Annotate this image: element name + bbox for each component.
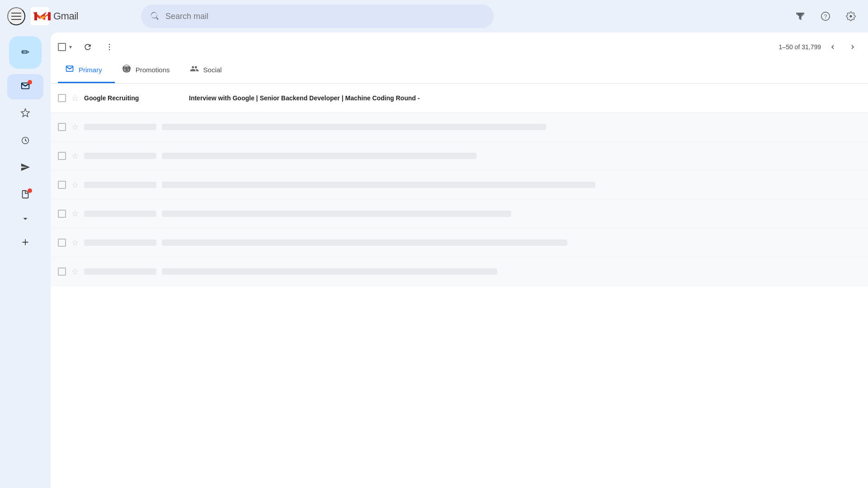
tab-promotions[interactable]: Promotions (115, 58, 183, 83)
menu-button[interactable] (7, 7, 25, 25)
pagination-text: 1–50 of 31,799 (779, 43, 821, 51)
email-content (162, 239, 861, 246)
refresh-button[interactable] (79, 38, 97, 56)
email-row[interactable]: ☆ (51, 113, 868, 141)
email-sender (84, 124, 156, 130)
email-star[interactable]: ☆ (71, 151, 79, 161)
sent-icon (20, 162, 30, 174)
filter-button[interactable] (790, 6, 810, 26)
settings-icon (846, 11, 856, 21)
topbar-left: Gmail (7, 7, 134, 25)
email-subject-skeleton (162, 153, 476, 159)
email-star[interactable]: ☆ (71, 180, 79, 190)
compose-icon: ✏ (21, 47, 29, 58)
tab-social[interactable]: Social (183, 58, 235, 83)
email-list: ☆ Google Recruiting Interview with Googl… (51, 84, 868, 488)
select-dropdown-arrow[interactable]: ▾ (66, 42, 75, 52)
tab-promotions-label: Promotions (136, 66, 170, 74)
gmail-label: Gmail (53, 10, 78, 22)
topbar-right-icons: ? (790, 6, 861, 26)
add-label-button[interactable] (7, 233, 43, 251)
tab-primary-label: Primary (79, 66, 102, 74)
email-sender (84, 239, 156, 246)
email-subject-skeleton (162, 182, 595, 188)
email-star[interactable]: ☆ (71, 209, 79, 219)
email-star[interactable]: ☆ (71, 267, 79, 277)
email-checkbox[interactable] (58, 181, 66, 189)
promotions-tab-icon (122, 64, 131, 75)
select-all-checkbox[interactable] (58, 43, 66, 51)
main-layout: ✏ (0, 33, 868, 488)
settings-button[interactable] (841, 6, 861, 26)
email-sender (84, 153, 156, 159)
email-checkbox[interactable] (58, 123, 66, 131)
email-checkbox[interactable] (58, 239, 66, 247)
compose-button[interactable]: ✏ (9, 36, 42, 69)
email-content (162, 124, 861, 130)
sidebar: ✏ (0, 33, 51, 488)
email-subject-text: Interview with Google | Senior Backend D… (189, 94, 420, 102)
email-star[interactable]: ☆ (71, 122, 79, 132)
email-content (162, 182, 861, 188)
next-page-button[interactable] (844, 39, 861, 55)
email-sender: Google Recruiting (84, 94, 184, 102)
email-checkbox[interactable] (58, 267, 66, 276)
sidebar-item-sent[interactable] (7, 155, 43, 181)
tab-primary[interactable]: Primary (58, 58, 115, 83)
primary-tab-icon (65, 64, 74, 75)
topbar: Gmail ? (0, 0, 868, 33)
email-subject-skeleton (162, 124, 546, 130)
tabs-bar: Primary Promotions Social (51, 58, 868, 84)
email-row[interactable]: ☆ (51, 257, 868, 286)
sidebar-item-snoozed[interactable] (7, 128, 43, 154)
inbox-badge (28, 80, 32, 84)
email-content (162, 268, 861, 275)
search-bar (141, 5, 494, 28)
more-options-button[interactable] (100, 38, 118, 56)
starred-icon (20, 108, 30, 120)
email-content (162, 211, 861, 217)
svg-text:?: ? (824, 14, 827, 20)
email-sender (84, 182, 156, 188)
filter-icon (795, 11, 805, 21)
more-button[interactable] (7, 210, 43, 228)
svg-point-6 (109, 44, 110, 45)
email-checkbox[interactable] (58, 152, 66, 160)
svg-point-7 (109, 47, 110, 48)
content-panel: ▾ 1–50 of 31,799 (51, 33, 868, 488)
email-star[interactable]: ☆ (71, 93, 79, 103)
search-icon (150, 11, 160, 21)
help-button[interactable]: ? (816, 6, 835, 26)
gmail-logo: Gmail (31, 7, 78, 25)
pagination: 1–50 of 31,799 (779, 39, 861, 55)
tab-social-label: Social (203, 66, 222, 74)
gmail-logo-icon (33, 9, 52, 23)
sidebar-item-drafts[interactable] (7, 183, 43, 208)
inbox-icon (20, 81, 30, 93)
email-row[interactable]: ☆ (51, 170, 868, 199)
email-row[interactable]: ☆ (51, 228, 868, 257)
email-row[interactable]: ☆ (51, 141, 868, 170)
email-subject: Interview with Google | Senior Backend D… (189, 94, 861, 102)
sidebar-item-starred[interactable] (7, 101, 43, 127)
email-row[interactable]: ☆ (51, 199, 868, 228)
email-sender (84, 211, 156, 217)
email-checkbox[interactable] (58, 94, 66, 102)
prev-page-button[interactable] (825, 39, 841, 55)
toolbar: ▾ 1–50 of 31,799 (51, 33, 868, 56)
email-row[interactable]: ☆ Google Recruiting Interview with Googl… (51, 84, 868, 113)
drafts-icon (20, 189, 30, 202)
email-subject-skeleton (162, 268, 497, 275)
select-all-wrapper: ▾ (58, 42, 75, 52)
email-sender (84, 268, 156, 275)
svg-point-8 (109, 49, 110, 51)
drafts-badge (28, 188, 32, 193)
snoozed-icon (20, 135, 30, 147)
social-tab-icon (190, 64, 199, 75)
help-icon: ? (821, 11, 830, 21)
email-star[interactable]: ☆ (71, 238, 79, 248)
email-checkbox[interactable] (58, 210, 66, 218)
sidebar-item-inbox[interactable] (7, 74, 43, 99)
email-subject-skeleton (162, 211, 511, 217)
search-input[interactable] (165, 12, 485, 21)
